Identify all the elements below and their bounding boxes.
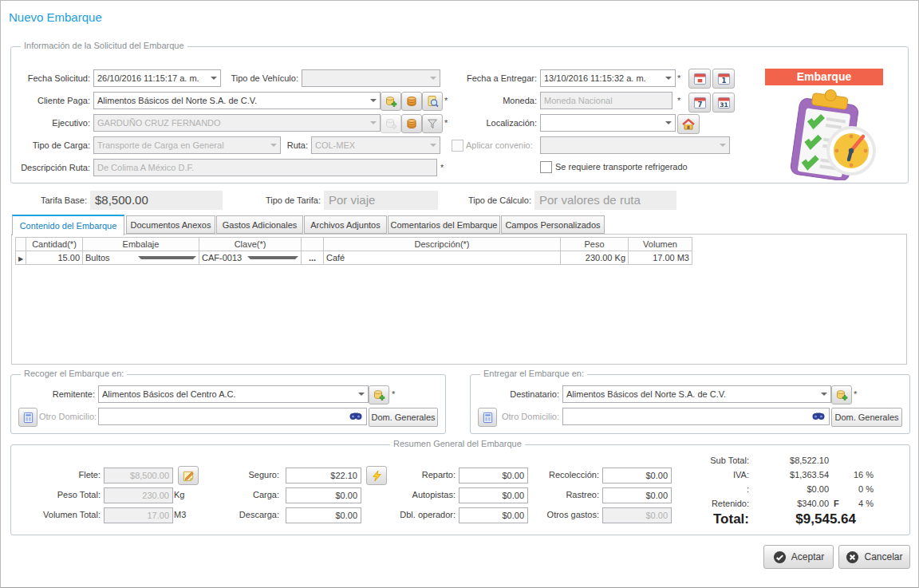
descripcion-ruta-label: Descripción Ruta: (9, 159, 90, 176)
calendar-month-button[interactable]: 31 (712, 93, 735, 112)
database-add-icon (835, 389, 848, 401)
calendar-week-button[interactable]: 7 (688, 93, 711, 112)
chevron-down-icon[interactable] (207, 70, 220, 86)
volumen-total-field (104, 507, 173, 523)
add-destinatario-button[interactable] (831, 385, 852, 404)
row-selector-cell[interactable]: ▶ (16, 251, 26, 265)
cell-peso[interactable]: 230.00 Kg (561, 251, 629, 265)
tipo-calculo-label: Tipo de Cálculo: (467, 191, 531, 210)
database-add-icon (373, 389, 385, 401)
table-row[interactable]: ▶ 15.00 Bultos CAF-0013 ... Café 230.00 … (16, 251, 692, 265)
edit-flete-button[interactable] (178, 466, 199, 485)
tarifa-base-label: Tarifa Base: (17, 191, 87, 210)
calendar-one-day-button[interactable]: 1 (712, 69, 735, 89)
refrigerado-checkbox[interactable] (540, 161, 552, 173)
chevron-down-icon[interactable] (662, 70, 675, 86)
cell-descripcion[interactable]: Café (324, 251, 561, 265)
tab-documentos-anexos[interactable]: Documentos Anexos (126, 215, 215, 234)
col-embalaje[interactable]: Embalaje (83, 238, 199, 251)
cell-volumen[interactable]: 17.00 M3 (629, 251, 692, 265)
recoleccion-field[interactable] (602, 468, 672, 483)
moneda-field (540, 92, 672, 109)
database-icon (405, 117, 418, 130)
database-add-icon (385, 95, 397, 108)
peso-unit-label: Kg (174, 487, 193, 503)
chevron-down-icon[interactable] (662, 115, 675, 131)
otros-gastos-label: Otros gastos: (526, 507, 599, 523)
recoger-dom-generales-button[interactable]: Dom. Generales (369, 408, 438, 427)
otros-gastos-field (602, 507, 672, 523)
ruta-label: Ruta: (278, 136, 308, 154)
x-circle-icon (846, 551, 859, 564)
lightning-icon (371, 470, 383, 482)
form-icon (22, 412, 34, 424)
tab-archivos-adjuntos[interactable]: Archivos Adjuntos (304, 215, 387, 234)
cliente-paga-combo[interactable]: Alimentos Básicos del Norte S.A. de C.V. (93, 92, 381, 109)
col-ellipsis (302, 238, 324, 251)
volumen-total-label: Volumen Total: (27, 507, 101, 523)
retenido-percent: 4 % (838, 497, 874, 510)
rastreo-field[interactable] (602, 487, 672, 503)
aplicar-convenio-combo (540, 136, 730, 154)
col-volumen[interactable]: Volumen (629, 238, 692, 251)
destinatario-label: Destinatario: (484, 385, 559, 403)
tarifa-base-value: $8,500.00 (90, 191, 223, 210)
entregar-domicilio-form-button[interactable] (478, 408, 497, 427)
aceptar-button[interactable]: Aceptar (763, 545, 834, 569)
fecha-entregar-combo[interactable]: 13/10/2016 11:15:32 a. m. (540, 69, 676, 87)
autopistas-field[interactable] (459, 487, 528, 503)
calendar-today-button[interactable] (688, 69, 711, 89)
binoculars-icon[interactable] (349, 411, 363, 420)
tab-gastos-adicionales[interactable]: Gastos Adicionales (216, 215, 303, 234)
svg-text:31: 31 (720, 101, 728, 108)
chevron-down-icon[interactable] (818, 386, 830, 402)
ellipsis-button[interactable]: ... (302, 251, 324, 265)
chevron-down-icon[interactable] (355, 386, 368, 402)
recoger-domicilio-form-button[interactable] (18, 408, 37, 427)
col-peso[interactable]: Peso (561, 238, 629, 251)
edit-note-icon (182, 470, 195, 482)
col-descripcion[interactable]: Descripción(*) (324, 238, 561, 251)
cell-embalaje[interactable]: Bultos (83, 251, 199, 265)
cell-cantidad[interactable]: 15.00 (26, 251, 83, 265)
search-document-icon (426, 95, 439, 108)
descarga-field[interactable] (286, 507, 361, 523)
dbl-operador-field[interactable] (459, 507, 528, 523)
add-remitente-button[interactable] (369, 385, 389, 404)
cliente-catalog-button[interactable] (401, 92, 422, 111)
chevron-down-icon[interactable] (247, 256, 299, 259)
ejecutivo-filter-button[interactable] (422, 114, 443, 133)
remitente-combo[interactable]: Alimentos Básicos del Centro A.C. (98, 385, 369, 403)
ruta-combo: COL-MEX (311, 136, 440, 154)
recoger-otro-domicilio-input[interactable] (98, 408, 367, 425)
tipo-tarifa-label: Tipo de Tarifa: (260, 191, 321, 210)
form-icon (482, 412, 494, 424)
carga-field[interactable] (286, 487, 361, 503)
chevron-down-icon[interactable] (138, 256, 197, 259)
tab-comentarios-del-embarque[interactable]: Comentarios del Embarque (388, 215, 500, 234)
peso-total-label: Peso Total: (27, 487, 101, 503)
contenido-grid: Cantidad(*) Embalaje Clave(*) Descripció… (15, 237, 692, 265)
entregar-dom-generales-button[interactable]: Dom. Generales (831, 408, 902, 427)
localizacion-combo[interactable] (540, 114, 676, 132)
tab-campos-personalizados[interactable]: Campos Personalizados (501, 215, 605, 234)
extra-tax-value: $0.00 (757, 483, 829, 495)
tipo-carga-label: Tipo de Carga: (17, 136, 90, 154)
tab-contenido-del-embarque[interactable]: Contenido del Embarque (12, 215, 124, 235)
chevron-down-icon[interactable] (367, 93, 380, 109)
add-cliente-button[interactable] (381, 92, 401, 111)
cliente-search-button[interactable] (422, 92, 443, 111)
entregar-otro-domicilio-input[interactable] (562, 408, 830, 425)
cell-clave[interactable]: CAF-0013 (199, 251, 302, 265)
col-cantidad[interactable]: Cantidad(*) (26, 238, 83, 251)
reparto-field[interactable] (459, 468, 528, 483)
binoculars-icon[interactable] (811, 411, 826, 420)
cancelar-button[interactable]: Cancelar (838, 545, 910, 569)
ejecutivo-catalog-button[interactable] (401, 114, 422, 133)
localizacion-home-button[interactable] (677, 114, 700, 134)
fecha-solicitud-combo[interactable]: 26/10/2016 11:15:17 a. m. (93, 69, 221, 87)
col-clave[interactable]: Clave(*) (199, 238, 302, 251)
seguro-field[interactable] (286, 468, 361, 483)
subtotal-value: $8,522.10 (757, 454, 829, 467)
destinatario-combo[interactable]: Alimentos Básicos del Norte S.A. de C.V. (562, 385, 831, 403)
